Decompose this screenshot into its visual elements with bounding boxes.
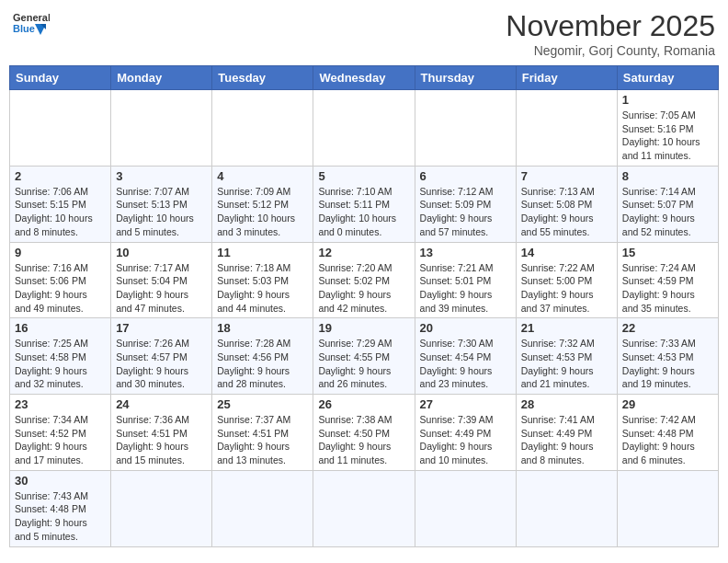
day-number: 23: [15, 397, 106, 411]
calendar-cell-0-2: [212, 90, 313, 167]
day-info: Sunrise: 7:28 AM Sunset: 4:56 PM Dayligh…: [217, 337, 308, 391]
day-number: 3: [116, 169, 207, 183]
day-number: 15: [622, 246, 713, 259]
day-info: Sunrise: 7:17 AM Sunset: 5:04 PM Dayligh…: [116, 261, 207, 316]
calendar-cell-1-6: 8Sunrise: 7:14 AM Sunset: 5:07 PM Daylig…: [617, 166, 718, 242]
calendar-cell-2-2: 11Sunrise: 7:18 AM Sunset: 5:03 PM Dayli…: [212, 242, 313, 318]
day-number: 22: [622, 321, 713, 335]
calendar-cell-2-5: 14Sunrise: 7:22 AM Sunset: 5:00 PM Dayli…: [516, 242, 617, 318]
calendar-cell-3-5: 21Sunrise: 7:32 AM Sunset: 4:53 PM Dayli…: [516, 318, 617, 395]
calendar-cell-2-0: 9Sunrise: 7:16 AM Sunset: 5:06 PM Daylig…: [10, 242, 111, 318]
day-info: Sunrise: 7:24 AM Sunset: 4:59 PM Dayligh…: [622, 261, 713, 316]
calendar-cell-5-6: [617, 470, 718, 546]
day-number: 4: [217, 169, 308, 183]
day-info: Sunrise: 7:25 AM Sunset: 4:58 PM Dayligh…: [15, 337, 106, 391]
day-number: 11: [217, 246, 308, 259]
col-saturday: Saturday: [617, 66, 718, 90]
day-info: Sunrise: 7:39 AM Sunset: 4:49 PM Dayligh…: [420, 413, 511, 467]
day-info: Sunrise: 7:43 AM Sunset: 4:48 PM Dayligh…: [15, 489, 106, 544]
calendar-cell-0-0: [10, 90, 111, 167]
day-number: 25: [217, 397, 308, 411]
day-info: Sunrise: 7:26 AM Sunset: 4:57 PM Dayligh…: [116, 337, 207, 391]
calendar-cell-3-3: 19Sunrise: 7:29 AM Sunset: 4:55 PM Dayli…: [313, 318, 415, 395]
calendar-cell-0-3: [313, 90, 415, 167]
calendar-cell-5-0: 30Sunrise: 7:43 AM Sunset: 4:48 PM Dayli…: [10, 470, 111, 546]
calendar-week-2: 2Sunrise: 7:06 AM Sunset: 5:15 PM Daylig…: [10, 166, 719, 242]
day-info: Sunrise: 7:18 AM Sunset: 5:03 PM Dayligh…: [217, 261, 308, 316]
day-info: Sunrise: 7:14 AM Sunset: 5:07 PM Dayligh…: [622, 185, 713, 239]
calendar-cell-1-4: 6Sunrise: 7:12 AM Sunset: 5:09 PM Daylig…: [415, 166, 516, 242]
day-number: 17: [116, 321, 207, 335]
day-info: Sunrise: 7:32 AM Sunset: 4:53 PM Dayligh…: [521, 337, 612, 391]
col-sunday: Sunday: [10, 66, 111, 90]
calendar-week-4: 16Sunrise: 7:25 AM Sunset: 4:58 PM Dayli…: [10, 318, 719, 395]
calendar-cell-0-5: [516, 90, 617, 167]
day-number: 8: [622, 169, 713, 183]
calendar-cell-5-2: [212, 470, 313, 546]
calendar-cell-4-5: 28Sunrise: 7:41 AM Sunset: 4:49 PM Dayli…: [516, 395, 617, 471]
calendar-week-1: 1Sunrise: 7:05 AM Sunset: 5:16 PM Daylig…: [10, 90, 719, 167]
day-info: Sunrise: 7:21 AM Sunset: 5:01 PM Dayligh…: [420, 261, 511, 316]
calendar-cell-0-6: 1Sunrise: 7:05 AM Sunset: 5:16 PM Daylig…: [617, 90, 718, 167]
day-number: 18: [217, 321, 308, 335]
calendar-cell-1-1: 3Sunrise: 7:07 AM Sunset: 5:13 PM Daylig…: [111, 166, 212, 242]
calendar-cell-0-1: [111, 90, 212, 167]
calendar-header-row: Sunday Monday Tuesday Wednesday Thursday…: [10, 66, 719, 90]
calendar-cell-1-2: 4Sunrise: 7:09 AM Sunset: 5:12 PM Daylig…: [212, 166, 313, 242]
calendar-cell-3-1: 17Sunrise: 7:26 AM Sunset: 4:57 PM Dayli…: [111, 318, 212, 395]
day-number: 26: [318, 397, 409, 411]
day-number: 30: [15, 474, 106, 488]
month-title: November 2025: [506, 9, 715, 43]
day-number: 13: [420, 246, 511, 259]
day-info: Sunrise: 7:42 AM Sunset: 4:48 PM Dayligh…: [622, 413, 713, 467]
day-number: 19: [318, 321, 409, 335]
day-number: 10: [116, 246, 207, 259]
calendar-table: Sunday Monday Tuesday Wednesday Thursday…: [9, 65, 719, 547]
day-number: 7: [521, 169, 612, 183]
calendar-cell-2-4: 13Sunrise: 7:21 AM Sunset: 5:01 PM Dayli…: [415, 242, 516, 318]
day-info: Sunrise: 7:34 AM Sunset: 4:52 PM Dayligh…: [15, 413, 106, 467]
logo: General Blue: [13, 9, 50, 44]
day-number: 28: [521, 397, 612, 411]
col-monday: Monday: [111, 66, 212, 90]
day-number: 6: [420, 169, 511, 183]
col-wednesday: Wednesday: [313, 66, 415, 90]
day-info: Sunrise: 7:06 AM Sunset: 5:15 PM Dayligh…: [15, 185, 106, 239]
day-info: Sunrise: 7:33 AM Sunset: 4:53 PM Dayligh…: [622, 337, 713, 391]
col-tuesday: Tuesday: [212, 66, 313, 90]
day-number: 2: [15, 169, 106, 183]
calendar-cell-1-5: 7Sunrise: 7:13 AM Sunset: 5:08 PM Daylig…: [516, 166, 617, 242]
calendar-week-3: 9Sunrise: 7:16 AM Sunset: 5:06 PM Daylig…: [10, 242, 719, 318]
day-info: Sunrise: 7:37 AM Sunset: 4:51 PM Dayligh…: [217, 413, 308, 467]
day-number: 12: [318, 246, 409, 259]
calendar-cell-4-6: 29Sunrise: 7:42 AM Sunset: 4:48 PM Dayli…: [617, 395, 718, 471]
calendar-cell-4-4: 27Sunrise: 7:39 AM Sunset: 4:49 PM Dayli…: [415, 395, 516, 471]
col-thursday: Thursday: [415, 66, 516, 90]
calendar-cell-5-1: [111, 470, 212, 546]
title-area: November 2025 Negomir, Gorj County, Roma…: [506, 9, 715, 58]
day-info: Sunrise: 7:20 AM Sunset: 5:02 PM Dayligh…: [318, 261, 409, 316]
day-info: Sunrise: 7:29 AM Sunset: 4:55 PM Dayligh…: [318, 337, 409, 391]
day-number: 21: [521, 321, 612, 335]
calendar-cell-1-0: 2Sunrise: 7:06 AM Sunset: 5:15 PM Daylig…: [10, 166, 111, 242]
calendar-cell-5-5: [516, 470, 617, 546]
day-info: Sunrise: 7:05 AM Sunset: 5:16 PM Dayligh…: [622, 109, 713, 163]
day-number: 9: [15, 246, 106, 259]
calendar-cell-1-3: 5Sunrise: 7:10 AM Sunset: 5:11 PM Daylig…: [313, 166, 415, 242]
page-header: General Blue November 2025 Negomir, Gorj…: [9, 9, 719, 58]
location-subtitle: Negomir, Gorj County, Romania: [506, 43, 715, 58]
day-number: 1: [622, 93, 713, 107]
day-info: Sunrise: 7:09 AM Sunset: 5:12 PM Dayligh…: [217, 185, 308, 239]
day-info: Sunrise: 7:10 AM Sunset: 5:11 PM Dayligh…: [318, 185, 409, 239]
calendar-cell-0-4: [415, 90, 516, 167]
day-info: Sunrise: 7:36 AM Sunset: 4:51 PM Dayligh…: [116, 413, 207, 467]
calendar-week-5: 23Sunrise: 7:34 AM Sunset: 4:52 PM Dayli…: [10, 395, 719, 471]
day-number: 5: [318, 169, 409, 183]
calendar-cell-4-1: 24Sunrise: 7:36 AM Sunset: 4:51 PM Dayli…: [111, 395, 212, 471]
calendar-cell-3-4: 20Sunrise: 7:30 AM Sunset: 4:54 PM Dayli…: [415, 318, 516, 395]
calendar-cell-2-3: 12Sunrise: 7:20 AM Sunset: 5:02 PM Dayli…: [313, 242, 415, 318]
svg-text:General: General: [13, 12, 50, 23]
day-number: 24: [116, 397, 207, 411]
day-info: Sunrise: 7:38 AM Sunset: 4:50 PM Dayligh…: [318, 413, 409, 467]
day-info: Sunrise: 7:22 AM Sunset: 5:00 PM Dayligh…: [521, 261, 612, 316]
